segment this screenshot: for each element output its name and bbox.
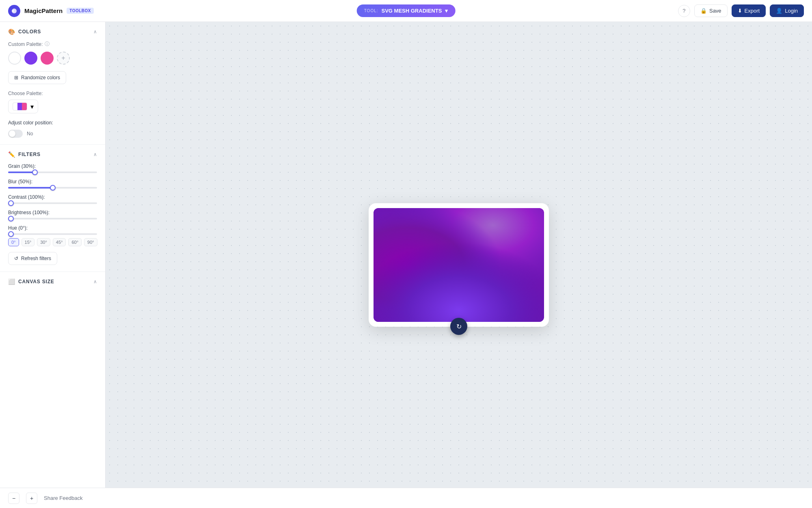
main-canvas: ↻	[106, 22, 812, 508]
grain-filter: Grain (30%):	[8, 163, 97, 173]
swatch-pink[interactable]	[41, 52, 54, 65]
logo-icon	[8, 5, 20, 17]
logo-text: MagicPattern	[24, 7, 63, 14]
toggle-label: No	[27, 131, 33, 137]
adjust-position-label: Adjust color position:	[8, 120, 97, 126]
toggle-knob	[9, 130, 15, 137]
colors-section: 🎨 COLORS ∧ Custom Palette: ⓘ + ⊞ Randomi…	[0, 22, 105, 145]
refresh-canvas-icon: ↻	[456, 323, 462, 330]
grain-thumb[interactable]	[32, 169, 38, 175]
swatch-purple[interactable]	[24, 52, 37, 65]
sidebar: 🎨 COLORS ∧ Custom Palette: ⓘ + ⊞ Randomi…	[0, 22, 106, 508]
login-button[interactable]: 👤 Login	[770, 4, 804, 17]
colors-icon: 🎨	[8, 28, 15, 35]
export-button[interactable]: ⬇ Export	[732, 4, 766, 17]
help-icon: ?	[682, 8, 685, 14]
zoom-in-button[interactable]: +	[26, 493, 37, 504]
zoom-in-icon: +	[30, 495, 33, 501]
add-swatch-button[interactable]: +	[57, 52, 70, 65]
contrast-thumb[interactable]	[8, 200, 14, 206]
randomize-colors-button[interactable]: ⊞ Randomize colors	[8, 71, 66, 84]
info-icon: ⓘ	[45, 41, 50, 48]
blur-label: Blur (50%):	[8, 179, 97, 185]
login-label: Login	[785, 8, 798, 14]
hue-thumb[interactable]	[8, 231, 14, 237]
grain-label: Grain (30%):	[8, 163, 97, 169]
randomize-icon: ⊞	[14, 75, 18, 80]
palette-chevron-icon: ▾	[30, 103, 34, 111]
header-right: ? 🔒 Save ⬇ Export 👤 Login	[678, 4, 804, 17]
save-button[interactable]: 🔒 Save	[694, 4, 728, 17]
choose-palette-label: Choose Palette:	[8, 91, 97, 96]
hue-btn-0[interactable]: 0°	[8, 238, 19, 246]
brightness-thumb[interactable]	[8, 216, 14, 221]
custom-palette-label: Custom Palette: ⓘ	[8, 41, 97, 48]
hue-btn-45[interactable]: 45°	[53, 238, 66, 246]
color-swatches: +	[8, 52, 97, 65]
svg-rect-6	[374, 208, 544, 322]
filters-section: ✏️ FILTERS ∧ Grain (30%): Blur (50%):	[0, 145, 105, 272]
filters-chevron-icon[interactable]: ∧	[93, 152, 97, 157]
contrast-slider[interactable]	[8, 202, 97, 204]
hue-buttons: 0° 15° 30° 45° 60° 90°	[8, 238, 97, 246]
canvas-section-header: ⬜ CANVAS SIZE ∧	[8, 278, 97, 285]
bottom-bar: − + Share Feedback	[0, 488, 812, 508]
zoom-out-button[interactable]: −	[8, 493, 19, 504]
canvas-chevron-icon[interactable]: ∧	[93, 279, 97, 284]
help-button[interactable]: ?	[678, 5, 690, 17]
refresh-filters-button[interactable]: ↺ Refresh filters	[8, 252, 57, 265]
brightness-slider[interactable]	[8, 218, 97, 219]
tool-selector[interactable]: TOOL: SVG MESH GRADIENTS ▾	[357, 4, 456, 17]
filters-section-header: ✏️ FILTERS ∧	[8, 151, 97, 158]
contrast-label: Contrast (100%):	[8, 194, 97, 200]
brightness-filter: Brightness (100%):	[8, 210, 97, 219]
blur-filter: Blur (50%):	[8, 179, 97, 189]
filters-icon: ✏️	[8, 151, 15, 158]
colors-title-row: 🎨 COLORS	[8, 28, 41, 35]
header: MagicPattern TOOLBOX TOOL: SVG MESH GRAD…	[0, 0, 812, 22]
gradient-preview	[374, 208, 544, 322]
tool-prefix: TOOL:	[364, 9, 378, 13]
header-left: MagicPattern TOOLBOX	[8, 5, 94, 17]
chevron-down-icon: ▾	[445, 8, 448, 14]
refresh-icon: ↺	[14, 256, 18, 261]
canvas-card: ↻	[369, 203, 549, 327]
contrast-filter: Contrast (100%):	[8, 194, 97, 204]
palette-selector[interactable]: ▾	[8, 100, 38, 113]
canvas-icon: ⬜	[8, 278, 15, 285]
header-center: TOOL: SVG MESH GRADIENTS ▾	[357, 4, 456, 17]
zoom-out-icon: −	[12, 495, 15, 501]
colors-chevron-icon[interactable]: ∧	[93, 29, 97, 35]
export-label: Export	[745, 8, 760, 14]
svg-point-1	[12, 10, 14, 12]
filters-title-row: ✏️ FILTERS	[8, 151, 41, 158]
hue-btn-90[interactable]: 90°	[84, 238, 97, 246]
randomize-label: Randomize colors	[21, 75, 60, 80]
grain-fill	[8, 172, 35, 173]
tool-name: SVG MESH GRADIENTS	[382, 8, 442, 14]
blur-fill	[8, 187, 53, 189]
hue-btn-60[interactable]: 60°	[68, 238, 82, 246]
user-icon: 👤	[776, 8, 782, 14]
hue-btn-30[interactable]: 30°	[37, 238, 50, 246]
filters-title: FILTERS	[18, 152, 41, 157]
hue-filter: Hue (0°): 0° 15° 30° 45° 60° 90°	[8, 225, 97, 246]
canvas-title: CANVAS SIZE	[18, 279, 54, 284]
swatch-white[interactable]	[8, 52, 21, 65]
toggle-row: No	[8, 130, 97, 138]
hue-btn-15[interactable]: 15°	[22, 238, 35, 246]
position-toggle[interactable]	[8, 130, 23, 138]
blur-thumb[interactable]	[50, 185, 56, 191]
canvas-title-row: ⬜ CANVAS SIZE	[8, 278, 54, 285]
colors-section-header: 🎨 COLORS ∧	[8, 28, 97, 35]
feedback-link[interactable]: Share Feedback	[44, 495, 82, 501]
layout: 🎨 COLORS ∧ Custom Palette: ⓘ + ⊞ Randomi…	[0, 0, 812, 508]
refresh-label: Refresh filters	[21, 256, 51, 261]
blur-slider[interactable]	[8, 187, 97, 189]
hue-slider[interactable]	[8, 233, 97, 235]
refresh-overlay-button[interactable]: ↻	[450, 318, 467, 335]
toolbox-badge: TOOLBOX	[67, 8, 94, 14]
save-label: Save	[709, 8, 721, 14]
lock-icon: 🔒	[700, 8, 707, 14]
grain-slider[interactable]	[8, 172, 97, 173]
